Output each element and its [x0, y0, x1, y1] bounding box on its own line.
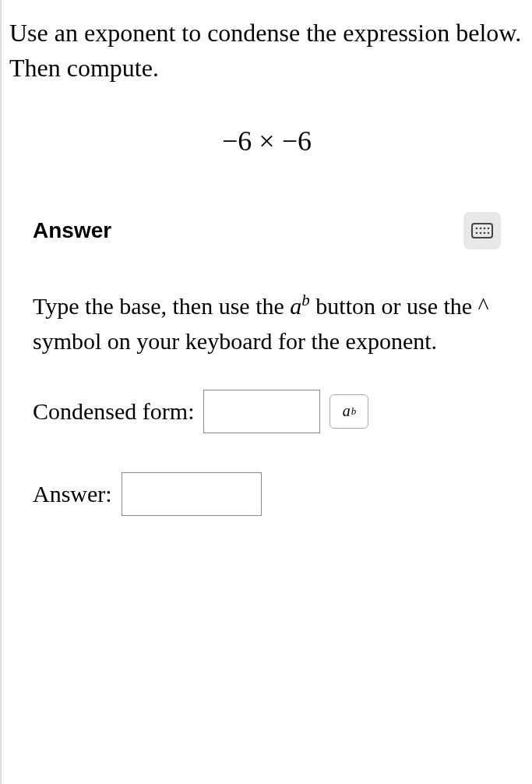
condensed-form-input[interactable]: [203, 390, 320, 433]
question-prompt: Use an exponent to condense the expressi…: [9, 16, 524, 86]
answer-section: Answer Type the base, then use the ab bu…: [9, 212, 524, 516]
condensed-form-label: Condensed form:: [33, 398, 194, 425]
svg-point-3: [484, 227, 486, 229]
instruction-math-base: a: [290, 293, 301, 319]
answer-heading: Answer: [33, 218, 111, 243]
answer-header: Answer: [33, 212, 501, 249]
keyboard-icon: [471, 223, 493, 238]
answer-row: Answer:: [33, 472, 501, 516]
svg-point-8: [488, 231, 490, 234]
instruction-prefix: Type the base, then use the: [33, 293, 290, 319]
exponent-button[interactable]: ab: [329, 394, 368, 429]
svg-point-4: [488, 227, 490, 229]
condensed-form-row: Condensed form: ab: [33, 390, 501, 433]
svg-point-1: [476, 227, 478, 229]
exponent-button-base: a: [343, 402, 351, 420]
answer-input-label: Answer:: [33, 481, 112, 507]
answer-input[interactable]: [122, 472, 262, 516]
instruction-text: Type the base, then use the ab button or…: [33, 288, 501, 358]
exponent-button-exp: b: [351, 405, 357, 418]
instruction-math-exp: b: [301, 291, 310, 309]
math-expression: −6 × −6: [9, 125, 524, 157]
svg-point-2: [480, 227, 482, 229]
svg-point-5: [476, 231, 478, 234]
svg-point-6: [480, 231, 482, 234]
svg-rect-0: [472, 224, 492, 238]
keyboard-icon-button[interactable]: [463, 212, 501, 249]
svg-point-7: [484, 231, 486, 234]
